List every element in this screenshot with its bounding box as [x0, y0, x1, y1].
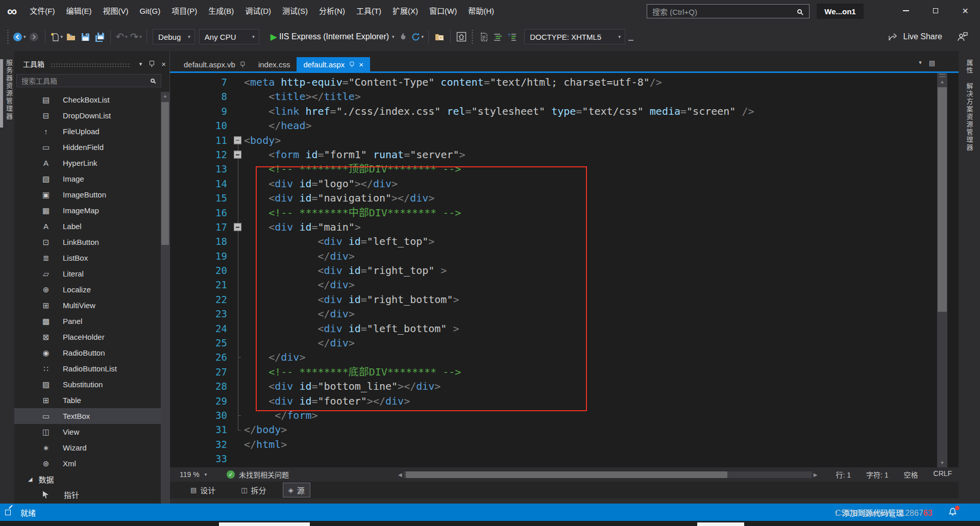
toolbox-item-table[interactable]: ⊞Table — [14, 392, 161, 408]
toolbox-item-imagebutton[interactable]: ▣ImageButton — [14, 187, 161, 203]
redo-button[interactable]: ↷▾ — [130, 29, 142, 44]
close-icon[interactable]: × — [359, 60, 363, 69]
toolbox-item-pointer[interactable]: 指针 — [14, 487, 161, 503]
scroll-up-icon[interactable]: ▲ — [937, 78, 947, 85]
scroll-down-icon[interactable]: ▼ — [937, 459, 947, 466]
menu-item-0[interactable]: 文件(F) — [24, 0, 60, 22]
tab-default.aspx.vb[interactable]: default.aspx.vb — [177, 57, 252, 71]
refresh-button[interactable]: ▾ — [411, 29, 424, 44]
toolbox-item-fileupload[interactable]: ↑FileUpload — [14, 123, 161, 139]
toolbox-item-view[interactable]: ◫View — [14, 424, 161, 440]
window-list-icon[interactable]: ▤ — [929, 59, 935, 67]
pin-icon[interactable] — [240, 61, 245, 67]
scroll-up-icon[interactable]: ▲ — [161, 92, 169, 100]
pin-icon[interactable] — [350, 61, 354, 67]
menu-item-11[interactable]: 窗口(W) — [424, 0, 462, 22]
start-debugging-button[interactable]: ▶ IIS Express (Internet Explorer) ▾ — [266, 29, 395, 44]
chevron-down-icon[interactable]: ▾ — [139, 61, 142, 67]
navigate-back-button[interactable]: ▾ — [13, 29, 26, 44]
send-feedback-button[interactable] — [957, 29, 969, 44]
find-in-files-button[interactable] — [433, 29, 446, 44]
menu-item-2[interactable]: 视图(V) — [97, 0, 134, 22]
chevron-down-icon[interactable]: ▾ — [919, 59, 922, 67]
document-outline-button[interactable] — [477, 29, 489, 44]
fold-collapse-icon[interactable] — [234, 136, 241, 144]
open-file-button[interactable] — [65, 29, 77, 44]
menu-item-4[interactable]: 项目(P) — [166, 0, 203, 22]
toolbox-item-radiobutton[interactable]: ◉RadioButton — [14, 345, 161, 361]
view-tab-设计[interactable]: ▤设计 — [185, 483, 220, 497]
solution-name-badge[interactable]: We...on1 — [817, 4, 864, 19]
solution-explorer-tab[interactable]: 解决方案资源管理器 — [965, 83, 974, 152]
fold-collapse-icon[interactable] — [234, 223, 241, 231]
splitter-handle[interactable] — [939, 74, 945, 77]
toolbar-grip[interactable] — [7, 29, 9, 44]
restore-button[interactable] — [921, 0, 950, 21]
tab-index.css[interactable]: index.css — [252, 57, 297, 71]
live-share-button[interactable]: Live Share — [888, 32, 943, 42]
toolbox-scrollbar-thumb[interactable] — [161, 102, 169, 245]
toolbar-overflow-icon[interactable] — [628, 40, 633, 41]
menu-item-5[interactable]: 生成(B) — [203, 0, 239, 22]
toolbox-item-panel[interactable]: ▩Panel — [14, 313, 161, 329]
toolbox-item-listbox[interactable]: ≣ListBox — [14, 250, 161, 266]
pin-icon[interactable] — [149, 61, 154, 67]
minimize-button[interactable] — [891, 0, 921, 21]
save-button[interactable] — [79, 29, 91, 44]
toolbox-item-radiobuttonlist[interactable]: ∷RadioButtonList — [14, 361, 161, 377]
toolbar-grip[interactable] — [471, 29, 474, 44]
toolbox-drag-dots[interactable] — [51, 63, 131, 67]
navigate-forward-button[interactable] — [28, 29, 40, 44]
menu-item-10[interactable]: 扩展(X) — [387, 0, 424, 22]
menu-item-8[interactable]: 分析(N) — [313, 0, 351, 22]
view-tab-源[interactable]: ◈源 — [283, 483, 310, 497]
menu-item-9[interactable]: 工具(T) — [351, 0, 387, 22]
eol-indicator[interactable]: CRLF — [934, 469, 952, 480]
scroll-left-icon[interactable]: ◀ — [398, 472, 402, 478]
format-document-button[interactable] — [492, 29, 504, 44]
undo-button[interactable]: ↶▾ — [115, 29, 128, 44]
toolbox-item-label[interactable]: ALabel — [14, 218, 161, 234]
properties-tab[interactable]: 属性 — [965, 59, 974, 74]
server-explorer-tab[interactable]: 服务器资源管理器 — [4, 59, 14, 120]
toolbox-scrollbar[interactable]: ▲ — [161, 92, 169, 504]
toolbox-item-image[interactable]: ▧Image — [14, 171, 161, 187]
code-editor[interactable]: 7<meta http-equiv="Content-Type" content… — [170, 73, 959, 467]
toolbox-item-wizard[interactable]: ∗Wizard — [14, 440, 161, 456]
quick-search-box[interactable]: 搜索 (Ctrl+Q) — [647, 4, 810, 18]
toolbox-item-localize[interactable]: ⊕Localize — [14, 282, 161, 297]
horizontal-scrollbar-thumb[interactable] — [406, 471, 727, 478]
toolbox-item-placeholder[interactable]: ⊠PlaceHolder — [14, 329, 161, 345]
zoom-level-select[interactable]: 119 % ▾ — [180, 470, 219, 479]
save-all-button[interactable] — [93, 29, 106, 44]
menu-item-12[interactable]: 帮助(H) — [462, 0, 500, 22]
editor-scrollbar-thumb[interactable] — [938, 87, 947, 312]
new-file-button[interactable]: ▾ — [50, 29, 63, 44]
format-selection-button[interactable]: ? — [506, 29, 518, 44]
toolbox-item-hyperlink[interactable]: AHyperLink — [14, 155, 161, 171]
toolbox-search-input[interactable]: 搜索工具箱 — [16, 74, 161, 87]
menu-item-3[interactable]: Git(G) — [134, 0, 166, 22]
fold-collapse-icon[interactable] — [234, 151, 241, 159]
toolbox-item-imagemap[interactable]: ▦ImageMap — [14, 203, 161, 218]
menu-item-1[interactable]: 编辑(E) — [60, 0, 97, 22]
browse-with-button[interactable] — [455, 29, 468, 44]
toolbox-item-xml[interactable]: ⊛Xml — [14, 456, 161, 471]
toolbox-item-dropdownlist[interactable]: ⊟DropDownList — [14, 108, 161, 123]
menu-item-7[interactable]: 测试(S) — [277, 0, 313, 22]
menu-item-6[interactable]: 调试(D) — [239, 0, 277, 22]
notifications-button[interactable] — [948, 507, 958, 519]
editor-vertical-scrollbar[interactable]: ▲ ▼ — [937, 73, 947, 467]
hot-reload-button[interactable] — [397, 29, 409, 44]
rail-splitter[interactable] — [0, 59, 3, 128]
solution-platform-select[interactable]: Any CPU▾ — [199, 29, 259, 44]
view-tab-拆分[interactable]: ◫拆分 — [236, 483, 271, 497]
doctype-select[interactable]: DOCTYPE: XHTML5▾ — [524, 29, 625, 44]
solution-configuration-select[interactable]: Debug▾ — [153, 29, 195, 44]
close-icon[interactable]: × — [161, 60, 166, 68]
toolbox-item-hiddenfield[interactable]: ▭HiddenField — [14, 139, 161, 155]
toolbox-item-linkbutton[interactable]: ⊡LinkButton — [14, 234, 161, 250]
horizontal-scrollbar[interactable] — [404, 471, 812, 478]
toolbox-category-data[interactable]: ◢数据 — [14, 471, 161, 487]
toolbox-item-substitution[interactable]: ▨Substitution — [14, 377, 161, 392]
